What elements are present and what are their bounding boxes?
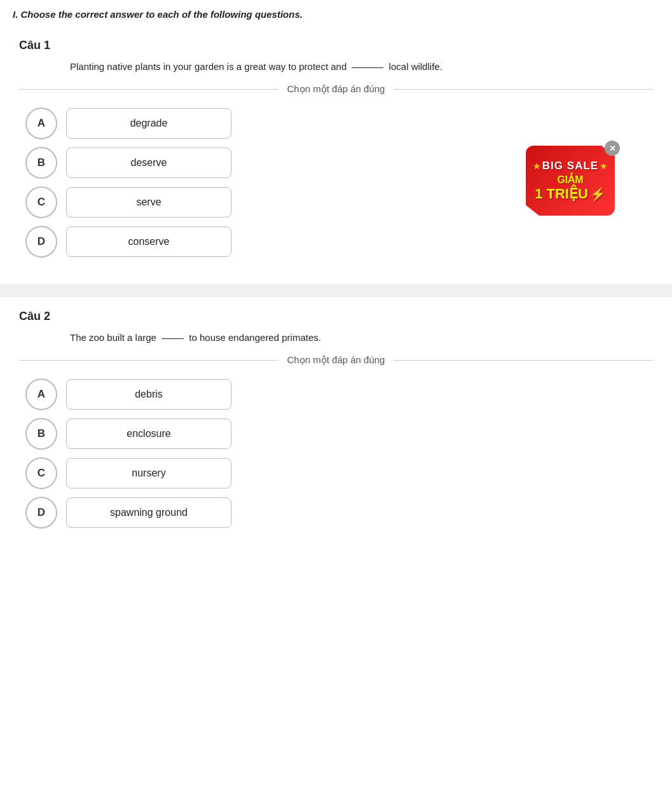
question-2-block: Câu 2 The zoo built a large to house end… bbox=[0, 297, 672, 548]
option-circle-2c[interactable]: C bbox=[25, 457, 57, 489]
blank-2 bbox=[161, 338, 184, 339]
option-box-1a[interactable]: degrade bbox=[66, 108, 231, 139]
option-circle-2b[interactable]: B bbox=[25, 418, 57, 450]
option-row-1a: A degrade bbox=[25, 107, 653, 139]
question-1-block: Câu 1 Planting native plants in your gar… bbox=[0, 26, 672, 277]
ad-badge: ✕ ★ BIG SALE ★ GIẢM 1 TRIỆU ⚡ bbox=[526, 146, 615, 216]
ad-giam-text: GIẢM bbox=[557, 174, 583, 186]
option-circle-1a[interactable]: A bbox=[25, 107, 57, 139]
ad-amount-text: 1 TRIỆU bbox=[535, 186, 588, 202]
ad-big-sale-text: BIG SALE bbox=[542, 160, 598, 172]
option-box-2d[interactable]: spawning ground bbox=[66, 497, 231, 528]
option-circle-1c[interactable]: C bbox=[25, 186, 57, 218]
question-1-title: Câu 1 bbox=[19, 39, 653, 52]
ad-star-2: ★ bbox=[600, 161, 608, 171]
option-row-2c: C nursery bbox=[25, 457, 653, 489]
divider-line-right-2 bbox=[394, 360, 653, 361]
option-row-2b: B enclosure bbox=[25, 418, 653, 450]
question-2-text: The zoo built a large to house endangere… bbox=[70, 332, 653, 343]
option-row-2a: A debris bbox=[25, 378, 653, 410]
option-box-2b[interactable]: enclosure bbox=[66, 419, 231, 449]
option-circle-1d[interactable]: D bbox=[25, 226, 57, 258]
option-circle-1b[interactable]: B bbox=[25, 147, 57, 179]
option-box-2c[interactable]: nursery bbox=[66, 458, 231, 489]
instruction-text: I. Choose the correct answer to each of … bbox=[13, 9, 303, 20]
divider-2: Chọn một đáp án đúng bbox=[19, 354, 653, 366]
option-box-2a[interactable]: debris bbox=[66, 379, 231, 410]
blank-1 bbox=[352, 67, 383, 68]
option-box-1b[interactable]: deserve bbox=[66, 148, 231, 178]
divider-label-1: Chọn một đáp án đúng bbox=[287, 83, 385, 95]
separator bbox=[0, 284, 672, 297]
divider-line-left-2 bbox=[19, 360, 278, 361]
ad-badge-inner: ✕ ★ BIG SALE ★ GIẢM 1 TRIỆU ⚡ bbox=[526, 146, 615, 216]
options-area-2: A debris B enclosure C bbox=[19, 378, 653, 529]
header-instruction: I. Choose the correct answer to each of … bbox=[0, 0, 672, 26]
option-circle-2d[interactable]: D bbox=[25, 497, 57, 529]
divider-line-left-1 bbox=[19, 89, 278, 90]
divider-line-right-1 bbox=[394, 89, 653, 90]
divider-1: Chọn một đáp án đúng bbox=[19, 83, 653, 95]
option-circle-2a[interactable]: A bbox=[25, 378, 57, 410]
divider-label-2: Chọn một đáp án đúng bbox=[287, 354, 385, 366]
options-area-1: A degrade B deserve C bbox=[19, 107, 653, 258]
page-container: I. Choose the correct answer to each of … bbox=[0, 0, 672, 797]
option-box-1d[interactable]: conserve bbox=[66, 226, 231, 257]
question-2-title: Câu 2 bbox=[19, 310, 653, 323]
ad-star-1: ★ bbox=[533, 161, 541, 171]
ad-arrow-icon: ⚡ bbox=[590, 186, 606, 202]
question-1-text: Planting native plants in your garden is… bbox=[70, 61, 653, 72]
ad-background: ★ BIG SALE ★ GIẢM 1 TRIỆU ⚡ bbox=[526, 146, 615, 216]
option-box-1c[interactable]: serve bbox=[66, 187, 231, 218]
option-row-2d: D spawning ground bbox=[25, 497, 653, 529]
ad-amount-row: 1 TRIỆU ⚡ bbox=[535, 186, 606, 202]
ad-close-button[interactable]: ✕ bbox=[605, 141, 620, 156]
option-row-1d: D conserve bbox=[25, 226, 653, 258]
